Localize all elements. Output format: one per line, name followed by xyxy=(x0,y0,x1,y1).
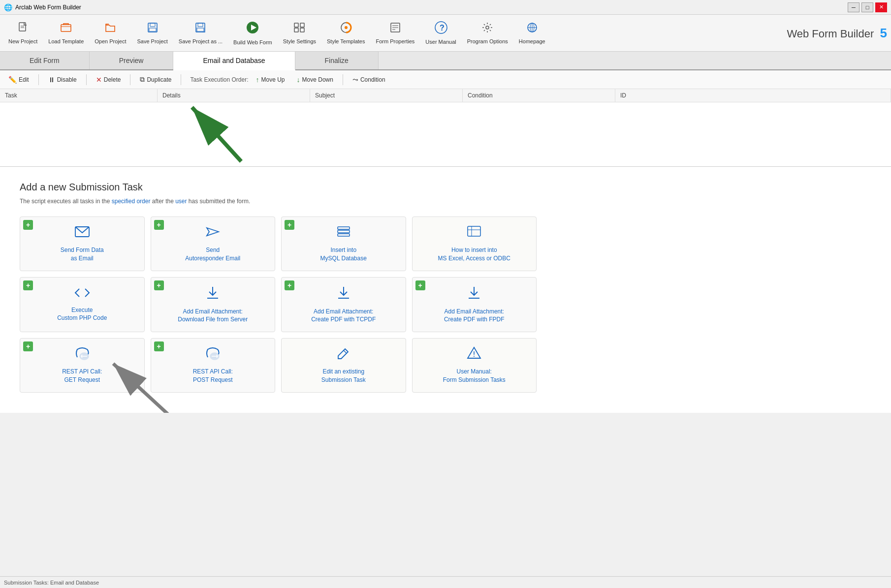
minimize-button[interactable]: ─ xyxy=(848,2,859,12)
condition-icon: ⤳ xyxy=(352,76,358,84)
svg-rect-3 xyxy=(61,25,71,31)
new-project-button[interactable]: New Project xyxy=(4,19,42,47)
card-send-form-data-email[interactable]: + Send Form Dataas Email xyxy=(20,217,145,271)
card-icon-rest-post xyxy=(205,346,221,364)
card-attachment-fpdf[interactable]: + Add Email Attachment:Create PDF with F… xyxy=(412,277,537,333)
move-down-button[interactable]: ↓ Move Down xyxy=(292,74,338,86)
save-project-button[interactable]: Save Project xyxy=(132,19,172,47)
save-project-label: Save Project xyxy=(137,38,167,44)
style-templates-button[interactable]: Style Templates xyxy=(322,19,369,47)
card-icon-tcpdf xyxy=(337,285,350,304)
load-template-label: Load Template xyxy=(48,38,84,44)
card-plus-php: + xyxy=(23,280,33,290)
card-label-user-manual-tasks: User Manual:Form Submission Tasks xyxy=(443,368,506,384)
build-web-form-button[interactable]: Build Web Form xyxy=(229,18,277,48)
form-properties-icon xyxy=(389,22,401,36)
card-plus-download: + xyxy=(154,280,164,290)
card-icon-user-manual xyxy=(467,346,481,364)
svg-point-18 xyxy=(345,26,348,29)
card-label-rest-get: REST API Call:GET Request xyxy=(62,368,102,384)
card-label-tcpdf: Add Email Attachment:Create PDF with TCP… xyxy=(311,308,376,324)
move-up-button[interactable]: ↑ Move Up xyxy=(252,74,289,86)
card-icon-download xyxy=(206,285,220,304)
main-toolbar: New Project Load Template Open Project S… xyxy=(0,15,891,52)
program-options-icon xyxy=(481,22,493,36)
disable-button[interactable]: ⏸ Disable xyxy=(44,74,81,86)
svg-rect-36 xyxy=(468,226,480,236)
open-project-button[interactable]: Open Project xyxy=(90,19,130,47)
edit-button[interactable]: ✏️ Edit xyxy=(4,74,33,86)
svg-marker-32 xyxy=(207,228,219,236)
move-down-icon: ↓ xyxy=(297,76,300,84)
card-icon-excel xyxy=(467,225,481,242)
card-label-php: ExecuteCustom PHP Code xyxy=(57,306,107,323)
svg-rect-5 xyxy=(150,23,155,27)
card-attachment-download[interactable]: + Add Email Attachment:Download File fro… xyxy=(151,277,276,333)
save-project-as-button[interactable]: ... Save Project as ... xyxy=(174,19,227,47)
load-template-button[interactable]: Load Template xyxy=(44,19,88,47)
maximize-button[interactable]: □ xyxy=(861,2,873,12)
card-execute-php[interactable]: + ExecuteCustom PHP Code xyxy=(20,277,145,333)
duplicate-label: Duplicate xyxy=(147,76,171,83)
card-insert-excel[interactable]: How to insert intoMS Excel, Access or OD… xyxy=(412,217,537,271)
svg-text:...: ... xyxy=(202,29,206,33)
submission-task-cards: + Send Form Dataas Email + SendAutorespo… xyxy=(20,217,537,393)
save-project-as-label: Save Project as ... xyxy=(179,38,223,44)
close-button[interactable]: ✕ xyxy=(875,2,887,12)
task-table: Task Details Subject Condition ID xyxy=(0,89,891,167)
card-icon-mysql xyxy=(336,225,351,242)
svg-rect-13 xyxy=(294,23,298,27)
title-bar: 🌐 Arclab Web Form Builder ─ □ ✕ xyxy=(0,0,891,15)
card-rest-get[interactable]: + REST API Call:GET Request xyxy=(20,338,145,393)
delete-button[interactable]: ✕ Delete xyxy=(92,74,126,86)
move-up-icon: ↑ xyxy=(256,76,259,84)
svg-rect-14 xyxy=(300,23,304,27)
card-label-excel: How to insert intoMS Excel, Access or OD… xyxy=(438,246,510,263)
title-bar-left: 🌐 Arclab Web Form Builder xyxy=(4,3,81,11)
col-condition: Condition xyxy=(463,89,615,102)
section-title: Add a new Submission Task xyxy=(20,182,871,193)
form-properties-button[interactable]: Form Properties xyxy=(371,19,419,47)
title-bar-controls[interactable]: ─ □ ✕ xyxy=(848,2,887,12)
card-rest-post[interactable]: + REST API Call:POST Request xyxy=(151,338,276,393)
duplicate-button[interactable]: ⧉ Duplicate xyxy=(135,73,176,86)
app-version: 5 xyxy=(880,26,887,40)
style-settings-button[interactable]: Style Settings xyxy=(279,19,320,47)
program-options-button[interactable]: Program Options xyxy=(463,19,512,47)
main-content: Add a new Submission Task The script exe… xyxy=(0,167,891,413)
homepage-button[interactable]: Homepage xyxy=(514,19,550,47)
card-edit-submission[interactable]: Edit an extistingSubmission Task xyxy=(281,338,406,393)
new-project-icon xyxy=(17,22,29,36)
build-web-form-icon xyxy=(246,21,259,37)
svg-rect-0 xyxy=(19,23,26,31)
card-user-manual-tasks[interactable]: User Manual:Form Submission Tasks xyxy=(412,338,537,393)
user-manual-icon: ? xyxy=(435,21,447,37)
load-template-icon xyxy=(60,22,72,36)
tab-preview[interactable]: Preview xyxy=(90,52,174,69)
table-header: Task Details Subject Condition ID xyxy=(0,89,891,102)
condition-label: Condition xyxy=(360,76,385,83)
condition-button[interactable]: ⤳ Condition xyxy=(348,74,390,86)
svg-rect-34 xyxy=(338,230,350,233)
app-title-text: Web Form Builder xyxy=(787,28,874,40)
card-plus-mysql: + xyxy=(285,220,294,230)
card-label-edit-submission: Edit an extistingSubmission Task xyxy=(321,368,366,384)
card-icon-autoresponder xyxy=(205,225,220,242)
svg-rect-16 xyxy=(300,28,304,32)
toolbar-buttons: New Project Load Template Open Project S… xyxy=(4,18,550,48)
move-down-label: Move Down xyxy=(302,76,333,83)
card-attachment-tcpdf[interactable]: + Add Email Attachment:Create PDF with T… xyxy=(281,277,406,333)
card-label-send-email: Send Form Dataas Email xyxy=(61,246,104,263)
card-icon-fpdf xyxy=(467,285,481,304)
move-up-label: Move Up xyxy=(261,76,285,83)
user-manual-button[interactable]: ? User Manual xyxy=(421,19,460,47)
card-insert-mysql[interactable]: + Insert intoMySQL Database xyxy=(281,217,406,271)
card-send-autoresponder-email[interactable]: + SendAutoresponder Email xyxy=(151,217,276,271)
svg-text:?: ? xyxy=(440,24,445,32)
tab-finalize[interactable]: Finalize xyxy=(295,52,379,69)
svg-point-47 xyxy=(474,356,475,357)
tab-email-database[interactable]: Email and Database xyxy=(173,52,295,70)
card-label-mysql: Insert intoMySQL Database xyxy=(320,246,367,263)
disable-icon: ⏸ xyxy=(48,76,55,84)
tab-edit-form[interactable]: Edit Form xyxy=(0,52,90,69)
